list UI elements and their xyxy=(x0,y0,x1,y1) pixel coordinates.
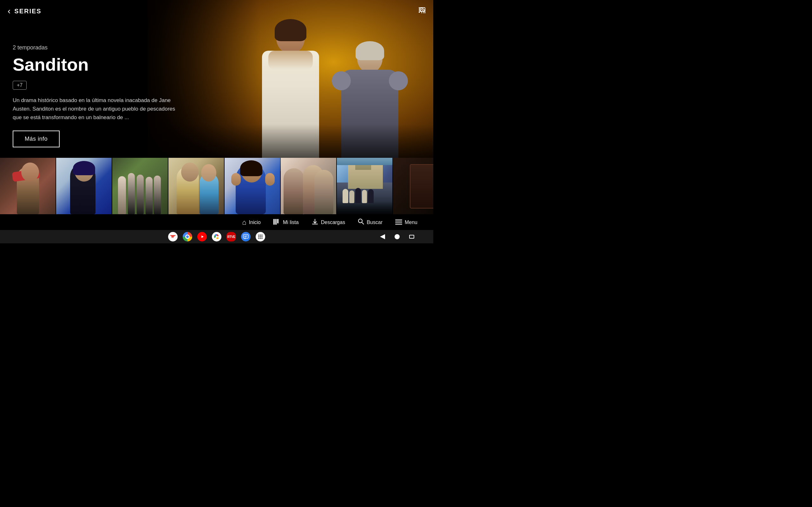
svg-rect-5 xyxy=(312,224,318,224)
nav-buscar[interactable]: Buscar xyxy=(351,218,389,227)
cast-button[interactable] xyxy=(418,7,426,15)
thumbnail-6[interactable] xyxy=(337,158,392,214)
menu-icon xyxy=(395,218,402,227)
svg-point-24 xyxy=(258,238,259,239)
p3 xyxy=(355,188,361,203)
thumb-figure-5c xyxy=(314,170,334,214)
nav-menu[interactable]: Menu xyxy=(389,218,424,227)
svg-rect-8 xyxy=(395,220,402,221)
app-youtube[interactable] xyxy=(197,232,207,241)
thumb-door xyxy=(410,164,434,209)
thumbnail-0[interactable] xyxy=(0,158,55,214)
recent-apps-button[interactable] xyxy=(409,235,414,239)
rating-badge: +7 xyxy=(13,81,27,90)
nav-buscar-label: Buscar xyxy=(367,220,383,225)
p4 xyxy=(362,190,367,203)
app-messages[interactable] xyxy=(241,232,251,241)
app-all-apps[interactable] xyxy=(256,232,265,241)
hero-content: 2 temporadas Sanditon +7 Un drama histór… xyxy=(13,44,177,147)
nav-menu-label: Menu xyxy=(405,220,417,225)
p1 xyxy=(343,189,348,203)
download-icon xyxy=(311,218,318,227)
svg-point-22 xyxy=(260,236,261,237)
thumb-person-e xyxy=(154,176,161,214)
svg-point-26 xyxy=(261,238,263,239)
top-navigation: ‹ SERIES xyxy=(0,0,433,22)
p2 xyxy=(349,190,354,203)
thumbnail-2[interactable] xyxy=(112,158,168,214)
svg-text:M: M xyxy=(171,235,174,239)
thumb-hair-1 xyxy=(73,161,95,175)
thumb-person-a xyxy=(118,176,126,214)
thumb-figure-5a xyxy=(284,168,304,214)
cast-icon xyxy=(418,7,426,13)
thumbnail-1[interactable] xyxy=(56,158,112,214)
back-button[interactable]: ‹ SERIES xyxy=(8,6,42,16)
thumb-group-silhouettes xyxy=(337,202,392,214)
back-icon: ‹ xyxy=(8,6,10,16)
svg-rect-4 xyxy=(277,219,278,223)
svg-point-18 xyxy=(258,234,259,236)
svg-point-19 xyxy=(260,234,261,236)
thumb-hair-4 xyxy=(240,160,262,176)
thumb-head-3b xyxy=(201,164,216,181)
svg-rect-17 xyxy=(244,237,247,237)
svg-rect-15 xyxy=(243,234,248,238)
thumb-head-3a xyxy=(181,163,199,181)
svg-rect-16 xyxy=(244,236,247,236)
svg-rect-0 xyxy=(419,11,420,13)
svg-rect-3 xyxy=(275,219,276,225)
svg-line-7 xyxy=(362,222,364,224)
show-description: Un drama histórico basado en la última n… xyxy=(13,96,177,122)
thumb-person-row xyxy=(343,187,387,203)
thumbnail-3[interactable] xyxy=(168,158,224,214)
bottom-navigation: ⌂ Inicio Mi lista Descargas Bus xyxy=(0,215,433,230)
thumb-person-d xyxy=(146,177,153,214)
list-icon xyxy=(273,218,281,227)
nav-inicio-label: Inicio xyxy=(249,220,261,225)
thumb-head-0 xyxy=(21,163,39,181)
android-taskbar: M RTVE xyxy=(0,230,433,243)
nav-mi-lista[interactable]: Mi lista xyxy=(267,218,305,227)
section-title: SERIES xyxy=(14,8,41,15)
thumbnail-5[interactable] xyxy=(281,158,336,214)
app-gmail[interactable]: M xyxy=(168,232,177,241)
thumbnail-4[interactable] xyxy=(224,158,280,214)
back-system-button[interactable] xyxy=(380,234,385,239)
svg-rect-10 xyxy=(395,224,402,225)
p5 xyxy=(368,189,374,203)
svg-point-23 xyxy=(261,236,263,237)
thumbnail-7[interactable]: SU xyxy=(393,158,433,214)
app-chrome[interactable] xyxy=(183,232,192,241)
svg-rect-9 xyxy=(395,222,402,223)
svg-point-14 xyxy=(216,236,217,238)
svg-rect-2 xyxy=(273,219,275,225)
search-icon xyxy=(358,218,364,227)
nav-mi-lista-label: Mi lista xyxy=(283,220,299,225)
show-title: Sanditon xyxy=(13,55,177,74)
svg-point-20 xyxy=(261,234,263,236)
thumb-hand-right xyxy=(265,173,275,186)
app-rtve[interactable]: RTVE xyxy=(226,232,236,241)
mas-info-button[interactable]: Más info xyxy=(13,130,60,147)
nav-descargas[interactable]: Descargas xyxy=(305,218,351,227)
system-controls xyxy=(380,234,414,239)
thumb-hand-left xyxy=(231,173,241,186)
nav-descargas-label: Descargas xyxy=(321,220,345,225)
nav-inicio[interactable]: ⌂ Inicio xyxy=(236,218,267,227)
seasons-label: 2 temporadas xyxy=(13,44,177,51)
svg-point-25 xyxy=(260,238,261,239)
svg-point-21 xyxy=(258,236,259,237)
thumb-person-b xyxy=(128,173,135,214)
svg-point-6 xyxy=(358,219,362,223)
home-system-button[interactable] xyxy=(395,234,400,239)
home-icon: ⌂ xyxy=(242,218,246,227)
app-photos[interactable] xyxy=(212,232,221,241)
app-icons-row: M RTVE xyxy=(168,232,265,241)
thumbnails-row: SU xyxy=(0,158,433,215)
thumb-sky xyxy=(337,158,392,165)
thumb-person-c xyxy=(137,175,144,214)
